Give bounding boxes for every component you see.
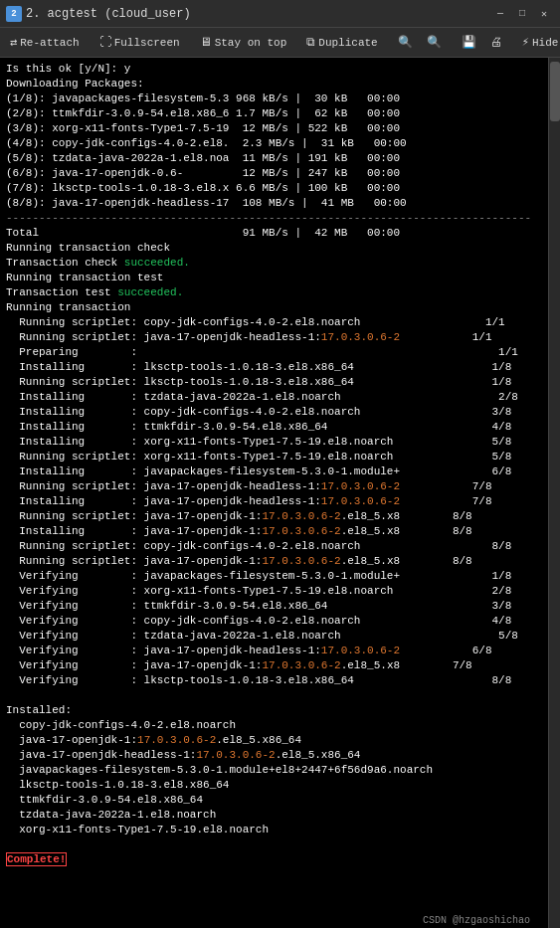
terminal-line: (5/8): tzdata-java-2022a-1.el8.noa 11 MB… bbox=[6, 151, 542, 166]
toolbar: ⇄ Re-attach ⛶ Fullscreen 🖥 Stay on top ⧉… bbox=[0, 28, 560, 58]
terminal-line: Installed: bbox=[6, 703, 542, 718]
complete-label: Complete! bbox=[6, 852, 67, 866]
terminal-line: Verifying : lksctp-tools-1.0.18-3.el8.x8… bbox=[6, 673, 542, 688]
terminal-line: java-17-openjdk-headless-1:17.0.3.0.6-2.… bbox=[6, 748, 542, 763]
minimize-button[interactable]: — bbox=[490, 4, 510, 24]
duplicate-button[interactable]: ⧉ Duplicate bbox=[300, 33, 383, 53]
terminal-line: Running scriptlet: xorg-x11-fonts-Type1-… bbox=[6, 450, 542, 464]
terminal-line: Running transaction test bbox=[6, 271, 542, 285]
fullscreen-icon: ⛶ bbox=[99, 35, 111, 50]
terminal-line: (4/8): copy-jdk-configs-4.0-2.el8. 2.3 M… bbox=[6, 136, 542, 151]
close-button[interactable]: ✕ bbox=[534, 4, 554, 24]
print-button[interactable]: 🖨 bbox=[484, 32, 508, 53]
terminal-wrapper: Is this ok [y/N]: y Downloading Packages… bbox=[0, 58, 560, 928]
save-button[interactable]: 💾 bbox=[456, 32, 482, 53]
terminal-line: copy-jdk-configs-4.0-2.el8.noarch bbox=[6, 718, 542, 733]
terminal-line: Downloading Packages: bbox=[6, 77, 542, 92]
terminal-line: Verifying : java-17-openjdk-headless-1:1… bbox=[6, 644, 542, 658]
terminal-line: (3/8): xorg-x11-fonts-Type1-7.5-19 12 MB… bbox=[6, 121, 542, 136]
reattach-button[interactable]: ⇄ Re-attach bbox=[4, 32, 86, 53]
terminal-line: java-17-openjdk-1:17.0.3.0.6-2.el8_5.x86… bbox=[6, 733, 542, 748]
terminal-line: Verifying : xorg-x11-fonts-Type1-7.5-19.… bbox=[6, 584, 542, 599]
terminal-line: (8/8): java-17-openjdk-headless-17 108 M… bbox=[6, 196, 542, 211]
terminal-line: Verifying : java-17-openjdk-1:17.0.3.0.6… bbox=[6, 658, 542, 673]
search-prev-button[interactable]: 🔍 bbox=[421, 32, 448, 53]
terminal-line: Verifying : javapackages-filesystem-5.3.… bbox=[6, 569, 542, 584]
terminal-line: Installing : xorg-x11-fonts-Type1-7.5-19… bbox=[6, 435, 542, 450]
terminal-line: (1/8): javapackages-filesystem-5.3 968 k… bbox=[6, 92, 542, 106]
terminal-line: Installing : java-17-openjdk-1:17.0.3.0.… bbox=[6, 524, 542, 539]
terminal-line: Installing : javapackages-filesystem-5.3… bbox=[6, 464, 542, 479]
search-icon: 🔍 bbox=[398, 35, 413, 50]
window-title: 2. acgtest (cloud_user) bbox=[26, 7, 191, 21]
terminal-line: tzdata-java-2022a-1.el8.noarch bbox=[6, 808, 542, 823]
maximize-button[interactable]: □ bbox=[512, 4, 532, 24]
terminal-line: Running scriptlet: java-17-openjdk-1:17.… bbox=[6, 554, 542, 569]
terminal-line-complete: Complete! bbox=[6, 852, 542, 867]
terminal-line: (2/8): ttmkfdir-3.0.9-54.el8.x86_6 1.7 M… bbox=[6, 106, 542, 121]
bolt-icon: ⚡ bbox=[522, 35, 529, 50]
terminal-line: Running scriptlet: copy-jdk-configs-4.0-… bbox=[6, 539, 542, 554]
stay-on-top-button[interactable]: 🖥 Stay on top bbox=[194, 32, 293, 53]
terminal[interactable]: Is this ok [y/N]: y Downloading Packages… bbox=[0, 58, 548, 928]
terminal-line: Installing : copy-jdk-configs-4.0-2.el8.… bbox=[6, 405, 542, 420]
terminal-line: javapackages-filesystem-5.3.0-1.module+e… bbox=[6, 763, 542, 778]
terminal-line: (7/8): lksctp-tools-1.0.18-3.el8.x 6.6 M… bbox=[6, 181, 542, 196]
terminal-line: Running transaction bbox=[6, 300, 542, 315]
statusbar: CSDN @hzgaoshichao bbox=[419, 913, 534, 928]
terminal-line: Is this ok [y/N]: y bbox=[6, 62, 542, 77]
scrollbar-thumb[interactable] bbox=[550, 62, 560, 121]
terminal-line: xorg-x11-fonts-Type1-7.5-19.el8.noarch bbox=[6, 823, 542, 837]
terminal-line: Transaction check succeeded. bbox=[6, 256, 542, 271]
terminal-line: Installing : tzdata-java-2022a-1.el8.noa… bbox=[6, 390, 542, 405]
terminal-line: ttmkfdir-3.0.9-54.el8.x86_64 bbox=[6, 793, 542, 808]
terminal-line: Running scriptlet: java-17-openjdk-headl… bbox=[6, 479, 542, 494]
monitor-icon: 🖥 bbox=[200, 35, 212, 50]
titlebar-left: 2 2. acgtest (cloud_user) bbox=[6, 6, 191, 22]
search-button[interactable]: 🔍 bbox=[392, 32, 419, 53]
terminal-line: ----------------------------------------… bbox=[6, 211, 542, 226]
terminal-line: Installing : java-17-openjdk-headless-1:… bbox=[6, 494, 542, 509]
hide-to-button[interactable]: ⚡ Hide to bbox=[516, 32, 560, 53]
terminal-line: Running transaction check bbox=[6, 241, 542, 256]
duplicate-icon: ⧉ bbox=[306, 36, 315, 50]
terminal-line bbox=[6, 837, 542, 852]
terminal-line: Verifying : copy-jdk-configs-4.0-2.el8.n… bbox=[6, 614, 542, 629]
titlebar: 2 2. acgtest (cloud_user) — □ ✕ bbox=[0, 0, 560, 28]
terminal-line: Verifying : tzdata-java-2022a-1.el8.noar… bbox=[6, 629, 542, 644]
terminal-line: Installing : ttmkfdir-3.0.9-54.el8.x86_6… bbox=[6, 420, 542, 435]
terminal-line: Running scriptlet: copy-jdk-configs-4.0-… bbox=[6, 315, 542, 330]
terminal-line: lksctp-tools-1.0.18-3.el8.x86_64 bbox=[6, 778, 542, 793]
window-controls[interactable]: — □ ✕ bbox=[490, 4, 554, 24]
terminal-line: Running scriptlet: java-17-openjdk-1:17.… bbox=[6, 509, 542, 524]
terminal-line: (6/8): java-17-openjdk-0.6- 12 MB/s | 24… bbox=[6, 166, 542, 181]
terminal-line: Running scriptlet: lksctp-tools-1.0.18-3… bbox=[6, 375, 542, 390]
scrollbar[interactable] bbox=[548, 58, 560, 928]
search-prev-icon: 🔍 bbox=[427, 35, 442, 50]
save-icon: 💾 bbox=[462, 35, 476, 50]
terminal-line bbox=[6, 688, 542, 703]
terminal-line: Running scriptlet: java-17-openjdk-headl… bbox=[6, 330, 542, 345]
terminal-line: Installing : lksctp-tools-1.0.18-3.el8.x… bbox=[6, 360, 542, 375]
terminal-line: Preparing : 1/1 bbox=[6, 345, 542, 360]
print-icon: 🖨 bbox=[490, 35, 502, 50]
fullscreen-button[interactable]: ⛶ Fullscreen bbox=[93, 32, 186, 53]
app-icon: 2 bbox=[6, 6, 22, 22]
terminal-line: Total 91 MB/s | 42 MB 00:00 bbox=[6, 226, 542, 241]
terminal-line: Verifying : ttmkfdir-3.0.9-54.el8.x86_64… bbox=[6, 599, 542, 614]
reattach-icon: ⇄ bbox=[10, 35, 17, 50]
terminal-line: Transaction test succeeded. bbox=[6, 285, 542, 300]
